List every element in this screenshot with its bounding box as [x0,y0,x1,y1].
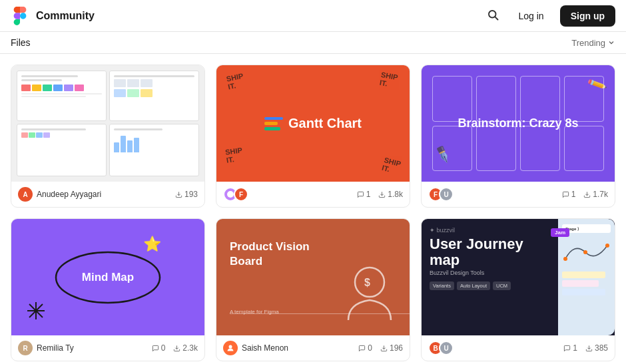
asterisk-decor [26,301,46,323]
svg-point-9 [229,345,232,349]
card-4[interactable]: Mind Map ⭐ R Remilia Ty 0 [11,218,205,361]
jam-badge: Jam [551,228,569,237]
card-1-meta: A Anudeep Ayyagari 193 [11,182,204,207]
card-1[interactable]: A Anudeep Ayyagari 193 [11,65,205,208]
uj-content: ✦ buzzvil Jam User Journeymap Buzzvil De… [422,219,615,298]
download-count: 196 [380,343,403,353]
uj-company: Buzzvil Design Tools [430,270,607,276]
download-count: 385 [585,343,608,353]
download-icon [378,191,386,198]
card-4-meta: R Remilia Ty 0 2.3k [11,335,204,361]
avatar-user: U [439,187,454,202]
ship-text-4: SHIPIT. [382,156,402,176]
mindmap-label: Mind Map [82,271,134,284]
login-button[interactable]: Log in [511,7,552,25]
author-avatars: F [223,187,248,202]
card-2[interactable]: SHIPIT. SHIPIT. SHIPIT. SHIPIT. Gantt Ch… [216,65,410,208]
uj-tags: Variants Auto Layout UCM [430,281,607,290]
author-name: Remilia Ty [37,343,74,353]
signup-button[interactable]: Sign up [560,5,615,27]
pvb-title: Product VisionBoard [230,240,310,269]
buzzvil-label: ✦ buzzvil [430,227,607,234]
uj-title: User Journeymap [430,236,607,268]
comment-count: 0 [358,343,372,353]
author-avatars: F U [428,187,454,202]
author-avatar: A [18,187,33,202]
comment-icon [357,191,364,198]
pvb-text: Product VisionBoard A template for Figma [216,229,323,325]
download-count: 193 [175,190,198,199]
comment-icon [562,191,569,198]
card-3-meta: F U 1 1.7k [422,182,615,207]
svg-line-1 [495,17,497,19]
brainstorm-title: Brainstorm: Crazy 8s [458,116,578,130]
download-icon [175,191,182,198]
star-icon: ⭐ [143,236,161,253]
search-button[interactable] [483,5,503,27]
download-icon [173,345,180,352]
card-2-meta: F 1 1.8k [216,182,410,207]
download-count: 1.7k [583,190,608,199]
comment-count: 0 [152,343,166,353]
svg-text:$: $ [364,277,370,288]
avatar-2: F [234,187,248,202]
download-count: 2.3k [173,343,198,353]
trending-button[interactable]: Trending [571,38,615,48]
camera-head-icon: $ [343,264,396,326]
tag-autolayout: Auto Layout [457,281,490,290]
mindmap-visual: Mind Map ⭐ [48,248,168,307]
download-count: 1.8k [378,190,403,199]
comment-count: 1 [357,190,371,199]
comment-icon [152,345,159,352]
pvb-subtitle: A template for Figma [230,309,310,315]
gantt-icon [264,117,283,130]
header-actions: Log in Sign up [483,5,615,27]
trending-label: Trending [571,38,605,48]
author-avatars: B U [428,341,454,355]
card-5[interactable]: Product VisionBoard A template for Figma… [216,218,410,361]
card-3[interactable]: ✏️ ✒️ Brainstorm: Crazy 8s F U 1 1.7k [421,65,615,208]
author-name: Saish Menon [242,343,288,353]
tag-ucm: UCM [493,281,511,290]
figma-logo [11,7,29,25]
ship-text-3: SHIPIT. [224,146,244,164]
card-6[interactable]: ✦ buzzvil Jam User Journeymap Buzzvil De… [421,218,615,361]
download-icon [583,191,591,198]
author-name: Anudeep Ayyagari [37,190,101,199]
header: Community Log in Sign up [0,0,626,32]
ship-text-2: SHIPIT. [379,71,398,89]
search-icon [487,9,499,21]
comment-icon [563,345,571,352]
gantt-title: Gantt Chart [264,116,362,131]
chevron-down-icon [607,39,615,47]
sub-header: Files Trending [0,32,626,54]
download-icon [585,345,593,352]
gantt-label-text: Gantt Chart [288,116,362,131]
card-grid: A Anudeep Ayyagari 193 SHIPIT. SHIPIT. S… [0,54,626,364]
author-avatar: R [18,341,33,355]
author-avatar [223,341,238,355]
comment-count: 1 [563,343,577,353]
tag-variants: Variants [430,281,454,290]
comment-icon [358,345,366,352]
card-5-meta: Saish Menon 0 196 [216,335,410,361]
files-label: Files [11,37,31,48]
comment-count: 1 [562,190,576,199]
card-6-meta: B U 1 385 [422,335,615,361]
download-icon [380,345,388,352]
avatar-user: U [439,341,454,355]
site-title: Community [36,10,95,22]
ship-text-1: SHIPIT. [226,72,246,91]
